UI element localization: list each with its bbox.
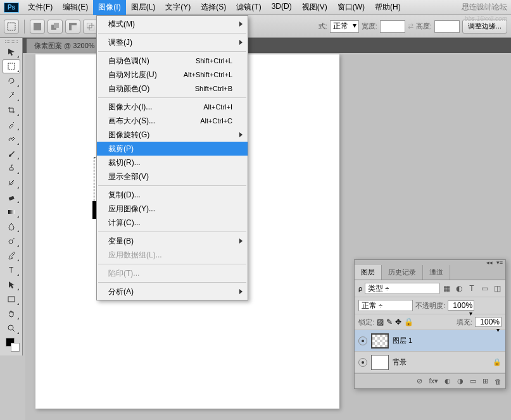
blur-tool[interactable] — [3, 219, 20, 233]
menu-item-计算C[interactable]: 计算(C)... — [97, 216, 248, 230]
lock-all-icon[interactable]: 🔒 — [404, 318, 413, 326]
filter-shape-icon[interactable]: ▭ — [480, 284, 489, 293]
visibility-icon[interactable] — [358, 337, 367, 345]
marquee-add-icon[interactable] — [47, 20, 63, 34]
menu-item-图像大小I[interactable]: 图像大小(I)...Alt+Ctrl+I — [97, 100, 248, 114]
filter-type-icon[interactable]: T — [467, 284, 476, 293]
brush-tool[interactable] — [3, 147, 20, 161]
menu-item-图像旋转G[interactable]: 图像旋转(G) — [97, 128, 248, 142]
menu-item-变量B[interactable]: 变量(B) — [97, 234, 248, 248]
menu-编辑[interactable]: 编辑(E) — [58, 0, 93, 15]
path-select-tool[interactable] — [3, 278, 20, 292]
height-label: 高度: — [416, 22, 432, 31]
link-layers-icon[interactable]: ⊘ — [417, 377, 422, 385]
blend-mode-select[interactable]: 正常 ▾ — [330, 20, 359, 33]
visibility-icon[interactable] — [358, 358, 367, 367]
fill-label: 填充: — [457, 318, 472, 327]
layer-thumbnail[interactable] — [371, 355, 389, 370]
layer-row[interactable]: 背景🔒 — [355, 352, 505, 373]
panel-tab-历史记录[interactable]: 历史记录 — [382, 265, 423, 280]
type-tool[interactable]: T — [3, 263, 20, 277]
svg-rect-9 — [8, 196, 14, 201]
width-input[interactable] — [380, 20, 405, 33]
magic-wand-tool[interactable] — [3, 89, 20, 102]
tool-preset-icon[interactable] — [4, 20, 19, 34]
layers-panel: ◂◂ ▾≡ 图层历史记录通道 ρ 类型 ÷ ▦ ◐ T ▭ ◫ 正常 ÷ 不透明… — [354, 259, 506, 389]
history-brush-tool[interactable] — [3, 176, 20, 190]
panel-collapse-icon[interactable]: ◂◂ — [486, 259, 493, 266]
menu-item-自动对比度U[interactable]: 自动对比度(U)Alt+Shift+Ctrl+L — [97, 68, 248, 82]
menu-文件[interactable]: 文件(F) — [23, 0, 58, 15]
menu-窗口[interactable]: 窗口(W) — [332, 0, 370, 15]
lock-paint-icon[interactable]: ✎ — [386, 318, 393, 326]
panel-tab-图层[interactable]: 图层 — [355, 265, 382, 280]
layer-fx-icon[interactable]: fx▾ — [429, 377, 438, 385]
svg-point-14 — [8, 325, 13, 330]
menu-item-画布大小S[interactable]: 画布大小(S)...Alt+Ctrl+C — [97, 114, 248, 128]
menu-选择[interactable]: 选择(S) — [196, 0, 231, 15]
eyedropper-tool[interactable] — [3, 118, 20, 132]
dodge-tool[interactable] — [3, 234, 20, 248]
menu-item-模式M[interactable]: 模式(M) — [97, 17, 248, 31]
filter-pixel-icon[interactable]: ▦ — [442, 284, 451, 293]
lock-label: 锁定: — [358, 318, 374, 327]
new-layer-icon[interactable]: ⊞ — [483, 377, 488, 385]
hand-tool[interactable] — [3, 307, 20, 321]
move-tool[interactable] — [3, 45, 20, 59]
rectangle-tool[interactable] — [3, 292, 20, 306]
healing-brush-tool[interactable] — [3, 132, 20, 146]
menu-滤镜[interactable]: 滤镜(T) — [231, 0, 266, 15]
mode-label: 式: — [319, 22, 327, 31]
menu-视图[interactable]: 视图(V) — [297, 0, 332, 15]
group-icon[interactable]: ▭ — [470, 377, 476, 385]
gradient-tool[interactable] — [3, 205, 20, 219]
marquee-sub-icon[interactable] — [65, 20, 80, 34]
color-swatches[interactable] — [3, 336, 20, 354]
clone-stamp-tool[interactable] — [3, 161, 20, 175]
menu-3D[interactable]: 3D(D) — [267, 0, 297, 15]
menu-item-应用图像Y[interactable]: 应用图像(Y)... — [97, 202, 248, 216]
height-input[interactable] — [434, 20, 460, 33]
filter-adjust-icon[interactable]: ◐ — [455, 284, 464, 293]
zoom-tool[interactable] — [3, 321, 20, 335]
lasso-tool[interactable] — [3, 74, 20, 88]
pen-tool[interactable] — [3, 249, 20, 262]
lock-pos-icon[interactable]: ✥ — [395, 318, 401, 326]
marquee-tool[interactable] — [3, 59, 20, 73]
fill-input[interactable]: 100% ▾ — [475, 317, 502, 327]
menu-item-裁切R[interactable]: 裁切(R)... — [97, 156, 248, 170]
menu-帮助[interactable]: 帮助(H) — [370, 0, 406, 15]
menu-item-自动颜色O[interactable]: 自动颜色(O)Shift+Ctrl+B — [97, 82, 248, 96]
adjustment-layer-icon[interactable]: ◑ — [457, 377, 464, 385]
layer-mask-icon[interactable]: ◐ — [445, 377, 451, 385]
menu-item-复制D[interactable]: 复制(D)... — [97, 188, 248, 202]
marquee-rect-icon[interactable] — [30, 20, 45, 34]
trash-icon[interactable]: 🗑 — [495, 378, 502, 385]
menu-图层[interactable]: 图层(L) — [126, 0, 161, 15]
menu-item-自动色调N[interactable]: 自动色调(N)Shift+Ctrl+L — [97, 54, 248, 68]
layer-row[interactable]: 图层 1 — [355, 330, 505, 352]
eraser-tool[interactable] — [3, 190, 20, 204]
layer-filter-select[interactable]: 类型 ÷ — [365, 283, 439, 294]
menu-item-调整J[interactable]: 调整(J) — [97, 35, 248, 49]
filter-smart-icon[interactable]: ◫ — [493, 284, 502, 293]
toolbox-handle[interactable] — [0, 39, 22, 44]
background-swatch[interactable] — [11, 343, 20, 352]
swap-icon[interactable]: ⇄ — [408, 22, 413, 30]
blend-mode-select[interactable]: 正常 ÷ — [358, 300, 413, 311]
opacity-input[interactable]: 100% ▾ — [448, 300, 474, 311]
crop-tool[interactable] — [3, 103, 20, 117]
svg-rect-10 — [8, 210, 15, 214]
menu-item-分析A[interactable]: 分析(A) — [97, 285, 248, 299]
panel-tab-通道[interactable]: 通道 — [423, 265, 450, 280]
menubar: Ps 文件(F)编辑(E)图像(I)图层(L)文字(Y)选择(S)滤镜(T)3D… — [0, 0, 511, 15]
menu-文字[interactable]: 文字(Y) — [160, 0, 196, 15]
menu-图像[interactable]: 图像(I) — [93, 0, 125, 15]
menu-item-裁剪P[interactable]: 裁剪(P) — [97, 142, 248, 156]
layer-thumbnail[interactable] — [371, 333, 389, 349]
layer-name: 背景 — [393, 357, 407, 367]
panel-menu-icon[interactable]: ▾≡ — [496, 259, 503, 266]
document-tab[interactable]: 像素图案 @ 3200% — [27, 39, 103, 53]
lock-trans-icon[interactable]: ▨ — [377, 318, 384, 326]
menu-item-显示全部V[interactable]: 显示全部(V) — [97, 170, 248, 183]
